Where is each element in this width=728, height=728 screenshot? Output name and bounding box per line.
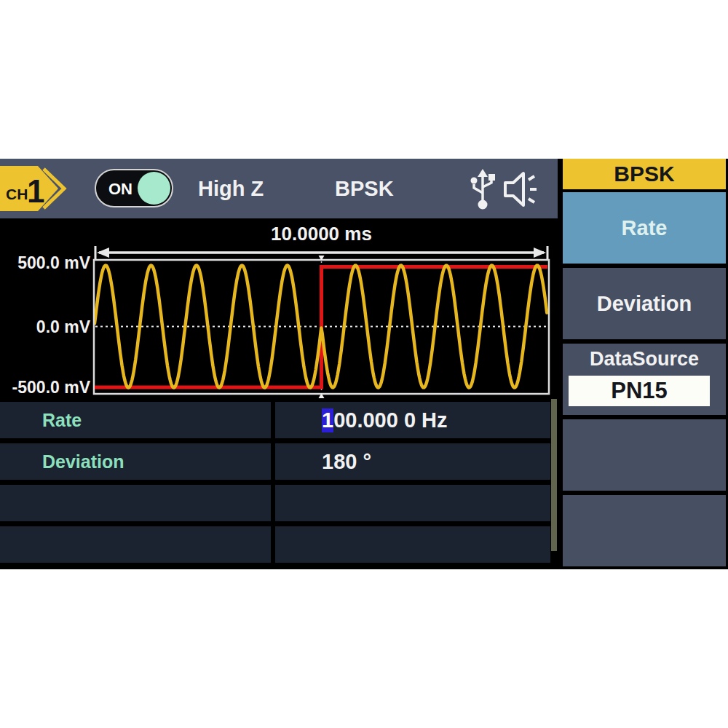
- softkey-datasource[interactable]: DataSource PN15: [563, 344, 726, 415]
- top-status-bar: CH 1 ON High Z BPSK: [0, 159, 558, 218]
- table-row[interactable]: Rate100.000 0 Hz: [0, 402, 550, 438]
- table-row[interactable]: Deviation180 °: [0, 443, 550, 480]
- table-row[interactable]: [0, 526, 550, 563]
- param-value[interactable]: [275, 526, 550, 563]
- impedance-label: High Z: [198, 159, 264, 218]
- param-label: Deviation: [0, 443, 271, 480]
- softkey-menu: BPSK Rate Deviation DataSource PN15: [563, 159, 726, 569]
- channel-badge[interactable]: CH 1: [0, 162, 79, 215]
- param-label: Rate: [0, 402, 271, 438]
- softkey-empty-1[interactable]: [563, 419, 726, 491]
- softkey-empty-2[interactable]: [563, 495, 726, 566]
- param-label: [0, 526, 271, 563]
- softkey-deviation[interactable]: Deviation: [563, 268, 726, 339]
- param-value[interactable]: [275, 485, 550, 521]
- softkey-rate[interactable]: Rate: [563, 192, 726, 264]
- datasource-value: PN15: [569, 376, 710, 406]
- param-value[interactable]: 100.000 0 Hz: [275, 402, 550, 438]
- usb-icon: [467, 168, 499, 210]
- param-label: [0, 485, 271, 521]
- waveform-plot: [0, 218, 559, 399]
- scrollbar[interactable]: [551, 399, 557, 551]
- speaker-icon: [502, 170, 542, 208]
- output-toggle[interactable]: ON: [95, 169, 173, 207]
- parameter-table: Rate100.000 0 HzDeviation180 °: [0, 399, 550, 569]
- menu-header-bpsk: BPSK: [563, 159, 726, 189]
- toggle-label: ON: [108, 180, 132, 199]
- table-row[interactable]: [0, 485, 550, 521]
- channel-number: 1: [27, 173, 44, 209]
- waveform-display: 10.0000 ms 500.0 mV 0.0 mV -500.0 mV: [0, 218, 559, 399]
- toggle-knob[interactable]: [138, 172, 170, 205]
- edit-cursor: 1: [322, 408, 333, 432]
- main-display: CH 1 ON High Z BPSK: [0, 159, 559, 569]
- generator-screen: CH 1 ON High Z BPSK: [0, 159, 728, 569]
- datasource-label: DataSource: [563, 348, 726, 371]
- param-value[interactable]: 180 °: [275, 443, 550, 480]
- channel-prefix: CH: [6, 186, 28, 202]
- mode-label: BPSK: [335, 159, 394, 218]
